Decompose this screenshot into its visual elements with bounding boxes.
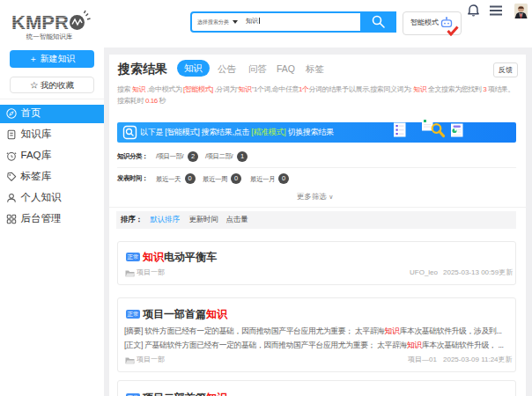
svg-text:KMPR: KMPR (11, 11, 69, 33)
